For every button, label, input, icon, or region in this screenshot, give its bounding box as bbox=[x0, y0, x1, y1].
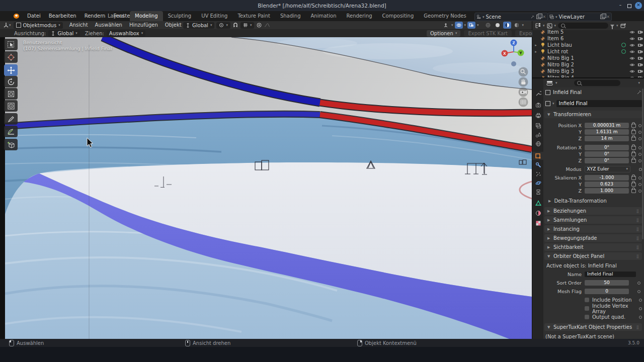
drag-dropdown[interactable]: Auswahlbox ▾ bbox=[107, 30, 145, 37]
tab-material[interactable] bbox=[534, 209, 542, 217]
tool-select-box[interactable] bbox=[4, 39, 18, 50]
lock-icon[interactable] bbox=[631, 176, 636, 180]
export-stk-kart-button[interactable]: Export STK Kart bbox=[464, 30, 512, 37]
position-z-field[interactable]: 14 m bbox=[585, 136, 629, 141]
shading-wireframe-button[interactable] bbox=[484, 22, 492, 29]
tab-shading[interactable]: Shading bbox=[275, 11, 306, 21]
properties-editor-icon[interactable] bbox=[546, 80, 553, 86]
tab-object[interactable] bbox=[532, 152, 543, 160]
xray-toggle[interactable] bbox=[467, 22, 475, 29]
tab-particles[interactable] bbox=[534, 170, 542, 178]
tab-layout[interactable]: Layout bbox=[103, 11, 130, 21]
expand-icon[interactable]: ▸ bbox=[532, 50, 539, 54]
outliner-item[interactable]: ▸ Licht blau bbox=[532, 42, 644, 48]
tool-annotate[interactable] bbox=[4, 113, 18, 125]
output-quad-checkbox[interactable] bbox=[585, 315, 589, 319]
tool-rotate[interactable] bbox=[4, 76, 18, 87]
hide-viewport-icon[interactable] bbox=[628, 63, 636, 67]
pin-icon[interactable] bbox=[530, 15, 535, 19]
object-name-field[interactable]: Infield Final bbox=[556, 100, 642, 107]
name-field[interactable]: Infield Final bbox=[585, 272, 636, 277]
disable-render-icon[interactable] bbox=[636, 49, 644, 54]
breadcrumb-object[interactable]: Infield Final bbox=[553, 89, 582, 95]
lock-icon[interactable] bbox=[631, 124, 636, 128]
panel-sichtbarkeit[interactable]: ▶ Sichtbarkeit ⣿ bbox=[544, 243, 642, 251]
tab-uv-editing[interactable]: UV Editing bbox=[196, 11, 232, 21]
animate-dot-icon[interactable] bbox=[638, 137, 641, 140]
proportional-edit-icon[interactable] bbox=[256, 22, 262, 28]
properties-search-input[interactable] bbox=[574, 80, 620, 86]
animate-dot-icon[interactable] bbox=[638, 159, 641, 162]
menu-bearbeiten[interactable]: Bearbeiten bbox=[45, 11, 80, 21]
include-vertex-array-checkbox[interactable] bbox=[585, 306, 589, 311]
panel-orbiter[interactable]: ▼ Orbiter Object Panel ⣿ bbox=[544, 252, 642, 260]
tool-scale[interactable] bbox=[4, 88, 18, 100]
tab-texture-paint[interactable]: Texture Paint bbox=[232, 11, 275, 21]
tool-3d-cursor[interactable] bbox=[4, 51, 18, 63]
display-mode-icon[interactable] bbox=[547, 23, 552, 29]
tab-output[interactable] bbox=[534, 112, 542, 120]
lock-icon[interactable] bbox=[631, 152, 636, 156]
outliner-item[interactable]: Nitro Big 3 bbox=[532, 68, 644, 74]
outliner-item[interactable]: ▸ Licht rot bbox=[532, 48, 644, 55]
rotation-y-field[interactable]: 0° bbox=[585, 151, 629, 157]
blender-logo-icon[interactable] bbox=[13, 13, 20, 20]
tab-sculpting[interactable]: Sculpting bbox=[163, 11, 197, 21]
animate-dot-icon[interactable] bbox=[639, 299, 642, 302]
outliner-editor-icon[interactable] bbox=[535, 23, 541, 29]
disable-render-icon[interactable] bbox=[636, 36, 644, 41]
hide-viewport-icon[interactable] bbox=[628, 69, 636, 73]
panel-delta-transform[interactable]: ▶ Delta-Transformation bbox=[548, 198, 607, 204]
mode-dropdown[interactable]: Objektmodus ▾ bbox=[14, 22, 63, 29]
animate-dot-icon[interactable] bbox=[638, 124, 641, 127]
disable-render-icon[interactable] bbox=[636, 69, 644, 73]
lock-icon[interactable] bbox=[631, 137, 636, 141]
minimize-button[interactable]: – bbox=[617, 2, 624, 9]
tab-compositing[interactable]: Compositing bbox=[377, 11, 419, 21]
filter-icon[interactable] bbox=[610, 25, 614, 27]
position-x-field[interactable]: 0.000031 m bbox=[585, 123, 629, 128]
animate-dot-icon[interactable] bbox=[638, 190, 641, 193]
position-y-field[interactable]: 1.6131 m bbox=[585, 129, 629, 135]
tab-rendering[interactable]: Rendering bbox=[342, 11, 377, 21]
pivot-dropdown[interactable]: ▾ bbox=[216, 22, 230, 29]
show-gizmo-toggle[interactable] bbox=[442, 22, 450, 29]
close-button[interactable]: ✕ bbox=[635, 2, 642, 9]
outliner-item[interactable]: Item 6 bbox=[532, 35, 644, 42]
editor-type-icon[interactable] bbox=[3, 22, 9, 28]
properties-scrollbar[interactable] bbox=[642, 88, 643, 239]
tool-move[interactable] bbox=[4, 64, 18, 76]
animate-dot-icon[interactable] bbox=[638, 146, 641, 149]
outliner-item[interactable]: Nitro Big 2 bbox=[532, 61, 644, 68]
orientation-dropdown[interactable]: Global ▾ bbox=[183, 22, 214, 29]
animate-dot-icon[interactable] bbox=[639, 307, 642, 310]
animate-dot-icon[interactable] bbox=[638, 153, 641, 156]
viewlayer-selector[interactable]: ▾ ViewLayer ✕ bbox=[547, 13, 612, 21]
animate-dot-icon[interactable] bbox=[638, 176, 641, 179]
new-viewlayer-icon[interactable] bbox=[600, 15, 605, 19]
remove-viewlayer-icon[interactable]: ✕ bbox=[606, 15, 610, 19]
disable-render-icon[interactable] bbox=[636, 30, 644, 34]
lock-icon[interactable] bbox=[631, 183, 636, 187]
menu-datei[interactable]: Datei bbox=[23, 11, 45, 21]
animate-dot-icon[interactable] bbox=[637, 282, 640, 285]
tab-texture[interactable] bbox=[534, 219, 542, 227]
tab-geometry-nodes[interactable]: Geometry Nodes bbox=[419, 11, 471, 21]
tool-measure[interactable] bbox=[4, 126, 18, 137]
new-collection-icon[interactable] bbox=[620, 23, 626, 29]
rotation-mode-dropdown[interactable]: XYZ Euler ▾ bbox=[585, 166, 631, 172]
lock-icon[interactable] bbox=[631, 189, 636, 193]
chevron-down-icon[interactable]: ▾ bbox=[638, 81, 640, 85]
new-scene-icon[interactable] bbox=[536, 15, 541, 19]
tab-modifiers[interactable] bbox=[534, 161, 542, 169]
tab-world[interactable] bbox=[534, 140, 542, 148]
outliner-item[interactable]: Item 5 bbox=[532, 29, 644, 35]
gizmo-negative-axis[interactable] bbox=[511, 61, 516, 66]
outliner-item[interactable]: Nitro Big 4 bbox=[532, 74, 644, 77]
tab-scene[interactable] bbox=[534, 131, 542, 139]
shading-material-button[interactable] bbox=[503, 22, 511, 29]
chevron-down-icon[interactable]: ▾ bbox=[552, 102, 554, 106]
expand-icon[interactable]: ▸ bbox=[532, 43, 539, 47]
animate-dot-icon[interactable] bbox=[639, 316, 642, 319]
sort-order-field[interactable]: 50 bbox=[585, 280, 629, 286]
